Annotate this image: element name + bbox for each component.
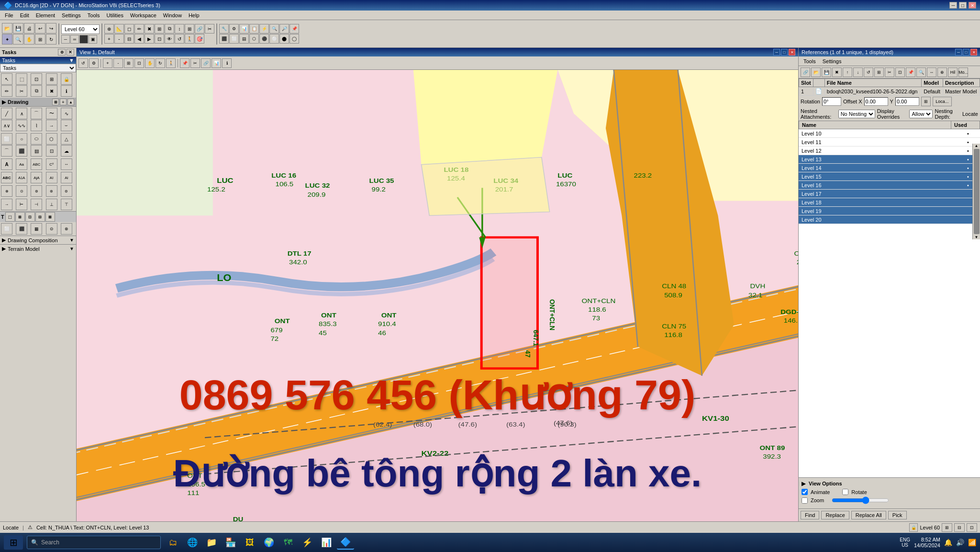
tb-fill[interactable]: ▣ (89, 35, 97, 44)
tool-lock[interactable]: 🔒 (61, 73, 72, 85)
menu-tools[interactable]: Tools (85, 12, 103, 19)
tb-open[interactable]: 📂 (2, 23, 12, 34)
level-row[interactable]: Level 20 (799, 215, 980, 224)
tb-line-style[interactable]: ─ (61, 35, 70, 44)
status-btn-1[interactable]: ⊞ (942, 523, 952, 532)
tool-select-fence[interactable]: ⊡ (31, 73, 42, 85)
tb-r4[interactable]: 📋 (249, 24, 259, 34)
tool-t5[interactable]: ⊠ (45, 212, 55, 222)
level-row[interactable]: Level 18 (799, 198, 980, 207)
taskbar-icon-photos[interactable]: 🖼 (241, 535, 258, 550)
taskbar-icon-browser[interactable]: 🌍 (260, 535, 278, 550)
tb-zoom-in[interactable]: + (104, 34, 114, 44)
tool-copy2[interactable]: ⧉ (31, 85, 42, 97)
rotation-btn[interactable]: ⊞ (921, 97, 931, 106)
tool-wave[interactable]: ∿ (61, 108, 72, 119)
tb-color[interactable] (79, 35, 88, 44)
tb-r6[interactable]: 🔍 (269, 24, 279, 34)
tb-win[interactable]: ⊡ (155, 34, 164, 44)
status-btn-3[interactable]: ⊡ (967, 523, 977, 532)
menu-settings[interactable]: Settings (59, 12, 84, 19)
tool-prop[interactable]: ℹ (61, 85, 72, 97)
tool-text-A1[interactable]: A (1, 158, 12, 170)
offset-y-input[interactable] (895, 97, 919, 106)
menu-file[interactable]: File (2, 12, 16, 19)
taskbar-icon-explorer[interactable]: 🗂 (165, 535, 182, 550)
tool-region[interactable]: ⊡ (46, 145, 57, 157)
ref-tb-8[interactable]: ⊞ (874, 68, 884, 77)
tool-freehand[interactable]: 〜 (46, 108, 57, 119)
tool-select-box[interactable]: ⬚ (16, 73, 27, 85)
view-close[interactable]: ✕ (789, 49, 795, 56)
ref-menu-tools[interactable]: Tools (801, 58, 819, 65)
tool-groups[interactable]: ⊞ (46, 73, 57, 85)
tool-a1a[interactable]: A1A (16, 172, 27, 183)
rotation-input[interactable] (822, 97, 841, 106)
ref-tb-4[interactable]: ✖ (832, 68, 842, 77)
tb-r2[interactable]: ⚙ (229, 24, 239, 34)
level-row[interactable]: Level 14• (799, 164, 980, 172)
start-button[interactable]: ⊞ (4, 535, 23, 550)
network-icon[interactable]: 📶 (968, 539, 976, 546)
tb-print[interactable]: 🖨 (24, 23, 34, 34)
replace-button[interactable]: Replace (821, 511, 849, 519)
vt-update[interactable]: ↺ (78, 58, 88, 68)
tool-arrow[interactable]: → (46, 120, 57, 131)
tool-m2[interactable]: ⊢ (16, 199, 27, 210)
tool-snap5[interactable]: ⊜ (61, 185, 72, 197)
tb-walk[interactable]: 🚶 (185, 34, 194, 44)
tool-text-abc[interactable]: ABC (31, 158, 42, 170)
tb-undo[interactable]: ↩ (35, 23, 45, 34)
vt-window[interactable]: ⊡ (134, 58, 144, 68)
tool-spline[interactable]: ∿∿ (16, 120, 27, 131)
tb-update[interactable]: ↺ (175, 34, 184, 44)
tool-multi[interactable]: ⌇ (31, 120, 42, 131)
tool-select-arrow[interactable]: ↖ (1, 73, 12, 85)
tb-s1[interactable]: ⬛ (219, 34, 229, 44)
tool-arc2[interactable]: ⌒ (1, 145, 12, 157)
display-overrides-select[interactable]: Allow (909, 110, 933, 118)
vt-walk[interactable]: 🚶 (166, 58, 176, 68)
tb-group[interactable]: ⊞ (155, 24, 164, 34)
tb-array[interactable]: ⊞ (185, 24, 194, 34)
zoom-checkbox[interactable] (802, 497, 808, 504)
tb-s3[interactable]: ▤ (239, 34, 249, 44)
taskbar-icon-excel[interactable]: 📊 (318, 535, 335, 550)
ref-tb-2[interactable]: 📂 (811, 68, 821, 77)
vt-rotate[interactable]: ↻ (156, 58, 165, 68)
menu-workspace[interactable]: Workspace (127, 12, 159, 19)
tb-fit-view[interactable]: ⊟ (124, 34, 134, 44)
tool-line2[interactable]: ∧ (16, 108, 27, 119)
tool-snap4[interactable]: ⊛ (46, 185, 57, 197)
tool-cloud[interactable]: ☁ (61, 145, 72, 157)
vt-named[interactable]: 📌 (180, 58, 189, 68)
ref-tb-9[interactable]: ✂ (885, 68, 894, 77)
locate-btn[interactable]: Loca... (933, 97, 952, 106)
ref-tb-more[interactable]: Mo... (958, 68, 968, 77)
animate-checkbox[interactable] (802, 489, 808, 495)
tb-s4[interactable]: ⬡ (249, 34, 259, 44)
tool-t2[interactable]: ⊞ (15, 212, 25, 222)
ref-tb-14[interactable]: ⊕ (937, 68, 947, 77)
tool-e4[interactable]: ⊝ (46, 223, 57, 235)
ref-tb-7[interactable]: ↺ (864, 68, 873, 77)
view-minimize[interactable]: ─ (773, 49, 780, 56)
tool-zigzag[interactable]: ∧∨ (1, 120, 12, 131)
status-lock-icon[interactable]: 🔒 (909, 523, 918, 532)
tb-named-views[interactable]: 👁 (165, 34, 174, 44)
menu-element[interactable]: Element (33, 12, 58, 19)
tool-t3[interactable]: ⊡ (25, 212, 35, 222)
vt-zoom-out[interactable]: - (113, 58, 123, 68)
tool-snap3[interactable]: ⊚ (31, 185, 42, 197)
ref-tb-12[interactable]: 🔍 (916, 68, 926, 77)
tb-s6[interactable]: ⚪ (269, 34, 279, 44)
tb-ref[interactable]: 🔗 (195, 24, 204, 34)
level-row[interactable]: Level 19 (799, 207, 980, 215)
tb-copy[interactable]: ⧉ (165, 24, 174, 34)
ref-tb-6[interactable]: ↓ (853, 68, 863, 77)
tool-aja[interactable]: AjA (31, 172, 42, 183)
tb-rotate[interactable]: ↻ (46, 34, 56, 45)
tb-s2[interactable]: ⬜ (229, 34, 239, 44)
tb-prev[interactable]: ◀ (134, 34, 144, 44)
ref-maximize[interactable]: □ (963, 49, 969, 56)
